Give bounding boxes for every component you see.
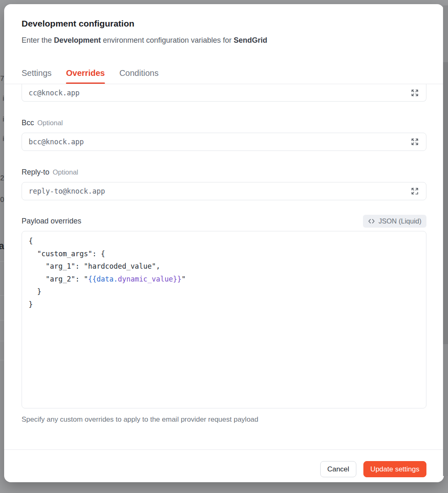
bcc-optional-text: Optional — [37, 119, 63, 126]
liquid-variable-token: dynamic_value}} — [118, 275, 182, 283]
footer-actions: Cancel Update settings — [320, 461, 426, 477]
code-line: { — [29, 235, 419, 248]
modal-title: Development configuration — [22, 18, 134, 29]
json-liquid-badge[interactable]: JSON (Liquid) — [363, 215, 426, 228]
expand-icon — [411, 89, 419, 97]
page-scrollbar[interactable] — [443, 5, 448, 476]
reply-to-label: Reply-toOptional — [22, 168, 78, 177]
background-text-fragment: 7 — [0, 75, 4, 83]
code-line: } — [29, 298, 419, 311]
background-page-left-edge: 7 i i i 2 0 a — [0, 0, 4, 493]
bcc-expand-button[interactable] — [410, 137, 419, 146]
background-text-fragment: a — [0, 242, 4, 250]
bcc-label: BccOptional — [22, 118, 63, 127]
cc-expand-button[interactable] — [410, 88, 419, 97]
cc-value: cc@knock.app — [29, 89, 410, 97]
bcc-input[interactable]: bcc@knock.app — [22, 133, 426, 151]
development-configuration-modal: Development configuration Enter the Deve… — [4, 4, 444, 482]
code-line: "arg_1": "hardcoded_value", — [29, 260, 419, 273]
json-liquid-badge-label: JSON (Liquid) — [378, 217, 421, 225]
update-settings-button[interactable]: Update settings — [363, 461, 426, 477]
tab-bar: Settings Overrides Conditions — [22, 62, 158, 84]
subtitle-provider: SendGrid — [234, 36, 267, 44]
reply-to-input[interactable]: reply-to@knock.app — [22, 182, 426, 200]
code-line: "custom_args": { — [29, 248, 419, 260]
code-line: "arg_2": "{{data.dynamic_value}}" — [29, 273, 419, 286]
footer-divider — [4, 449, 444, 450]
background-row-divider — [0, 360, 4, 360]
reply-to-expand-button[interactable] — [410, 187, 419, 196]
reply-to-label-text: Reply-to — [22, 168, 49, 176]
bcc-label-text: Bcc — [22, 119, 34, 127]
reply-to-optional-text: Optional — [53, 168, 78, 176]
subtitle-middle: environment configuration variables for — [101, 36, 234, 44]
expand-icon — [411, 187, 419, 195]
background-text-fragment: 0 — [0, 196, 4, 204]
background-row-divider — [0, 320, 4, 321]
page-scrollbar-thumb[interactable] — [443, 62, 448, 344]
tab-overrides[interactable]: Overrides — [66, 62, 105, 84]
payload-help-text: Specify any custom overrides to apply to… — [22, 415, 258, 425]
payload-overrides-editor[interactable]: { "custom_args": { "arg_1": "hardcoded_v… — [22, 231, 426, 408]
background-text-fragment: 2 — [0, 174, 4, 182]
subtitle-environment: Development — [54, 36, 101, 44]
code-line: } — [29, 285, 419, 298]
expand-icon — [411, 138, 419, 146]
cancel-button[interactable]: Cancel — [320, 461, 356, 477]
tab-conditions[interactable]: Conditions — [119, 62, 159, 84]
cc-input[interactable]: cc@knock.app — [22, 84, 426, 102]
subtitle-prefix: Enter the — [22, 36, 54, 44]
code-icon — [368, 218, 375, 224]
liquid-open-token: {{data. — [88, 275, 118, 283]
tab-settings[interactable]: Settings — [22, 62, 51, 84]
payload-overrides-label: Payload overrides — [22, 216, 81, 226]
bcc-value: bcc@knock.app — [29, 138, 410, 146]
background-row-divider — [0, 261, 4, 262]
background-row-divider — [0, 295, 4, 296]
reply-to-value: reply-to@knock.app — [29, 187, 410, 195]
modal-subtitle: Enter the Development environment config… — [22, 35, 267, 46]
background-row-divider — [0, 341, 4, 341]
